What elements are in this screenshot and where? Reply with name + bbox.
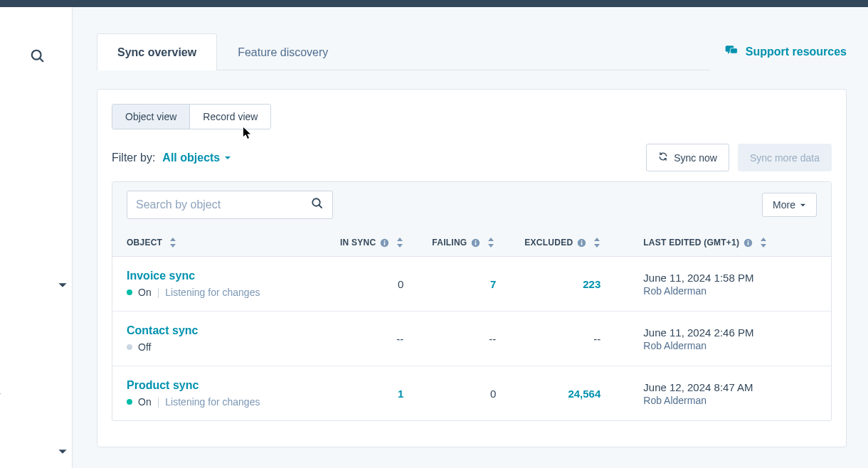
status-text: On <box>138 396 152 408</box>
tab-sync-overview[interactable]: Sync overview <box>97 33 217 70</box>
excluded-value: -- <box>593 333 600 345</box>
tabs: Sync overview Feature discovery <box>97 33 710 70</box>
support-resources-label: Support resources <box>746 46 847 58</box>
svg-line-5 <box>319 205 322 208</box>
edited-by: Rob Alderman <box>643 285 817 297</box>
sync-now-label: Sync now <box>674 152 717 164</box>
app-topbar <box>0 0 868 7</box>
failing-value: -- <box>489 333 496 345</box>
chevron-down-icon <box>224 154 231 161</box>
sync-more-data-button: Sync more data <box>738 144 832 171</box>
info-icon <box>743 238 753 248</box>
svg-rect-16 <box>748 242 749 245</box>
svg-rect-13 <box>581 242 583 245</box>
failing-value: 0 <box>490 388 496 400</box>
object-name-link[interactable]: Contact sync <box>127 324 312 337</box>
status-line: On|Listening for changes <box>127 287 312 298</box>
tab-feature-discovery[interactable]: Feature discovery <box>217 33 349 70</box>
status-text: On <box>138 287 152 298</box>
sync-card: Object view Record view Filter by: All o… <box>97 89 847 447</box>
sort-icon <box>396 238 403 248</box>
chevron-down-icon <box>58 280 68 290</box>
filter-value: All objects <box>162 151 220 164</box>
svg-point-11 <box>475 240 477 241</box>
status-dot-icon <box>127 399 132 405</box>
svg-point-8 <box>384 240 386 241</box>
status-text: Off <box>138 341 151 353</box>
search-input[interactable] <box>136 198 311 211</box>
sort-icon <box>487 238 494 248</box>
sort-icon <box>169 238 176 248</box>
search-box <box>127 191 333 219</box>
col-failing[interactable]: FAILING <box>418 228 510 257</box>
table-row: Product syncOn|Listening for changes1024… <box>112 366 831 421</box>
svg-point-17 <box>748 240 749 241</box>
support-resources-link[interactable]: Support resources <box>724 43 847 60</box>
excluded-value[interactable]: 223 <box>583 278 600 290</box>
search-icon[interactable] <box>311 197 324 213</box>
last-edited: June 12, 2024 8:47 AMRob Alderman <box>643 381 817 406</box>
failing-value[interactable]: 7 <box>490 278 496 290</box>
sidebar-item[interactable]: cs <box>0 445 68 457</box>
last-edited: June 11, 2024 1:58 PMRob Alderman <box>643 272 817 297</box>
view-toggle: Object view Record view <box>112 104 271 129</box>
status-line: On|Listening for changes <box>127 396 312 408</box>
sidebar-item[interactable] <box>0 280 68 290</box>
svg-rect-10 <box>475 242 477 245</box>
status-dot-icon <box>127 344 132 350</box>
col-last-edited[interactable]: LAST EDITED (GMT+1) <box>615 228 831 257</box>
svg-rect-3 <box>730 48 737 53</box>
info-icon <box>471 238 480 248</box>
in-sync-value: 0 <box>398 278 403 290</box>
search-icon[interactable] <box>30 48 46 64</box>
in-sync-value[interactable]: 1 <box>398 388 403 400</box>
sync-now-button[interactable]: Sync now <box>646 144 729 171</box>
edited-time: June 11, 2024 1:58 PM <box>643 272 817 284</box>
table-row: Invoice syncOn|Listening for changes0722… <box>112 257 831 312</box>
sidebar: es cts ovider loads cs <box>0 7 73 468</box>
more-button[interactable]: More <box>762 193 817 217</box>
col-excluded[interactable]: EXCLUDED <box>510 228 615 257</box>
separator: | <box>157 396 160 408</box>
excluded-value[interactable]: 24,564 <box>568 388 600 400</box>
sidebar-item-label: es <box>0 100 68 112</box>
refresh-icon <box>658 151 668 164</box>
separator: | <box>157 287 160 298</box>
col-object[interactable]: OBJECT <box>112 228 326 257</box>
sidebar-item-label: loads <box>0 418 68 430</box>
chevron-down-icon <box>58 447 68 457</box>
sync-more-label: Sync more data <box>750 152 820 164</box>
svg-line-1 <box>40 58 43 62</box>
more-label: More <box>773 199 795 211</box>
status-dot-icon <box>127 289 132 295</box>
filter-label: Filter by: <box>112 151 155 164</box>
table-row: Contact syncOff------June 11, 2024 2:46 … <box>112 312 831 366</box>
svg-rect-7 <box>384 242 386 245</box>
edited-time: June 12, 2024 8:47 AM <box>643 381 817 393</box>
sort-icon <box>760 238 767 248</box>
sidebar-item-label: cts <box>0 361 68 373</box>
col-in-sync[interactable]: IN SYNC <box>326 228 418 257</box>
info-icon <box>380 238 389 248</box>
chevron-down-icon <box>800 202 806 208</box>
info-icon <box>577 238 586 248</box>
sidebar-item[interactable]: ovider <box>0 389 68 401</box>
listening-text: Listening for changes <box>165 287 260 298</box>
main-content: Sync overview Feature discovery Support … <box>73 7 868 468</box>
object-name-link[interactable]: Invoice sync <box>127 270 312 282</box>
object-name-link[interactable]: Product sync <box>127 379 312 392</box>
sidebar-item[interactable]: es <box>0 100 68 112</box>
sidebar-item-label: ovider <box>0 389 68 401</box>
record-view-toggle[interactable]: Record view <box>189 105 270 129</box>
last-edited: June 11, 2024 2:46 PMRob Alderman <box>643 326 817 351</box>
object-view-toggle[interactable]: Object view <box>112 105 189 129</box>
filter-dropdown[interactable]: All objects <box>162 151 231 164</box>
in-sync-value: -- <box>396 333 403 345</box>
sync-table: More OBJECT <box>112 181 832 421</box>
svg-point-14 <box>581 240 583 241</box>
sort-icon <box>593 238 600 248</box>
sidebar-item[interactable]: cts <box>0 361 68 373</box>
sidebar-item-label: cs <box>0 445 58 457</box>
edited-by: Rob Alderman <box>643 395 817 406</box>
sidebar-item[interactable]: loads <box>0 418 68 430</box>
